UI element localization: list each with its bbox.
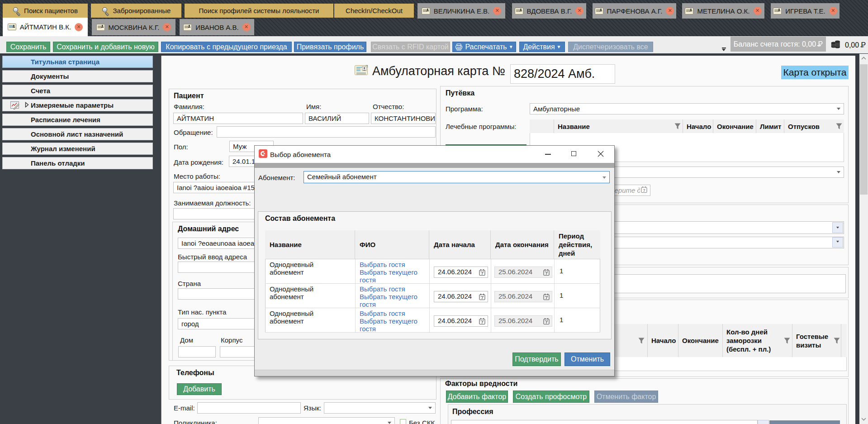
svg-text:7: 7	[481, 320, 484, 324]
svg-text:7: 7	[545, 295, 548, 300]
svg-text:7: 7	[481, 271, 484, 276]
svg-text:7: 7	[481, 295, 484, 300]
svg-text:7: 7	[545, 271, 548, 276]
svg-text:7: 7	[545, 320, 548, 324]
svg-text:7: 7	[643, 188, 645, 193]
